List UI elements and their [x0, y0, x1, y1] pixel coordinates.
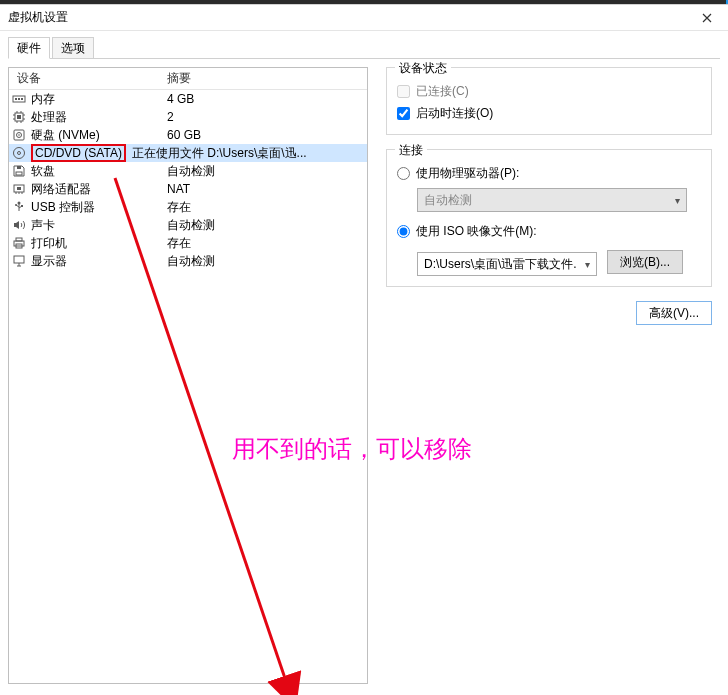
chevron-down-icon: ▾	[675, 195, 680, 206]
device-summary: 自动检测	[167, 252, 367, 270]
physical-drive-select-row: 自动检测 ▾	[417, 188, 701, 212]
group-device-status: 设备状态 已连接(C) 启动时连接(O)	[386, 67, 712, 135]
device-label: 软盘	[29, 162, 167, 180]
svg-rect-1	[15, 98, 17, 100]
radio-physical-drive-input[interactable]	[397, 167, 410, 180]
close-button[interactable]	[686, 5, 728, 30]
svg-point-10	[18, 152, 21, 155]
physical-drive-select[interactable]: 自动检测 ▾	[417, 188, 687, 212]
device-summary: 正在使用文件 D:\Users\桌面\迅...	[126, 144, 367, 162]
col-device: 设备	[9, 70, 167, 87]
device-summary: 4 GB	[167, 90, 367, 108]
device-label: 处理器	[29, 108, 167, 126]
hw-row-printer[interactable]: 打印机 存在	[9, 234, 367, 252]
radio-iso-file-input[interactable]	[397, 225, 410, 238]
radio-iso-file-label: 使用 ISO 映像文件(M):	[416, 223, 537, 240]
legend-device-status: 设备状态	[395, 60, 451, 77]
nic-icon	[9, 182, 29, 196]
close-icon	[702, 13, 712, 23]
radio-physical-drive[interactable]: 使用物理驱动器(P):	[397, 162, 701, 184]
col-summary: 摘要	[167, 70, 367, 87]
cpu-icon	[9, 110, 29, 124]
physical-drive-select-value: 自动检测	[424, 192, 472, 209]
svg-rect-2	[18, 98, 20, 100]
device-summary: 存在	[167, 234, 367, 252]
device-label: 声卡	[29, 216, 167, 234]
device-label: 内存	[29, 90, 167, 108]
hw-row-nic[interactable]: 网络适配器 NAT	[9, 180, 367, 198]
chk-connect-on-power[interactable]: 启动时连接(O)	[397, 102, 701, 124]
browse-button[interactable]: 浏览(B)...	[607, 250, 683, 274]
legend-connection: 连接	[395, 142, 427, 159]
device-label: 打印机	[29, 234, 167, 252]
titlebar: 虚拟机设置	[0, 5, 728, 31]
hardware-list-header: 设备 摘要	[9, 68, 367, 90]
device-label: 网络适配器	[29, 180, 167, 198]
floppy-icon	[9, 164, 29, 178]
hw-row-disk[interactable]: 硬盘 (NVMe) 60 GB	[9, 126, 367, 144]
svg-rect-17	[21, 205, 23, 207]
svg-point-16	[15, 204, 17, 206]
chk-connect-on-power-label: 启动时连接(O)	[416, 105, 493, 122]
svg-rect-12	[17, 166, 21, 169]
hw-row-cd-dvd[interactable]: CD/DVD (SATA) 正在使用文件 D:\Users\桌面\迅...	[9, 144, 367, 162]
device-summary: 2	[167, 108, 367, 126]
svg-point-8	[18, 134, 20, 136]
tab-options[interactable]: 选项	[52, 37, 94, 59]
memory-icon	[9, 92, 29, 106]
svg-rect-11	[16, 172, 22, 175]
hw-row-usb[interactable]: USB 控制器 存在	[9, 198, 367, 216]
device-label: CD/DVD (SATA)	[31, 144, 126, 162]
hw-row-cpu[interactable]: 处理器 2	[9, 108, 367, 126]
hw-row-sound[interactable]: 声卡 自动检测	[9, 216, 367, 234]
chk-connected-label: 已连接(C)	[416, 83, 469, 100]
sound-icon	[9, 218, 29, 232]
vm-settings-dialog: 虚拟机设置 硬件 选项 设备 摘要 内存 4 GB	[0, 4, 728, 695]
hardware-list: 设备 摘要 内存 4 GB 处理器 2	[8, 67, 368, 684]
iso-path-select[interactable]: D:\Users\桌面\迅雷下载文件. ▾	[417, 252, 597, 276]
tab-hardware[interactable]: 硬件	[8, 37, 50, 59]
printer-icon	[9, 236, 29, 250]
hw-row-display[interactable]: 显示器 自动检测	[9, 252, 367, 270]
svg-rect-3	[21, 98, 23, 100]
content-area: 设备 摘要 内存 4 GB 处理器 2	[0, 59, 728, 694]
svg-rect-19	[16, 238, 22, 241]
device-summary: 自动检测	[167, 216, 367, 234]
chk-connect-on-power-input[interactable]	[397, 107, 410, 120]
svg-rect-14	[17, 187, 21, 190]
device-summary: 自动检测	[167, 162, 367, 180]
chk-connected[interactable]: 已连接(C)	[397, 80, 701, 102]
hw-row-memory[interactable]: 内存 4 GB	[9, 90, 367, 108]
device-summary: 60 GB	[167, 126, 367, 144]
svg-point-9	[14, 148, 25, 159]
radio-iso-file[interactable]: 使用 ISO 映像文件(M):	[397, 220, 701, 242]
chevron-down-icon: ▾	[585, 259, 590, 270]
chk-connected-input[interactable]	[397, 85, 410, 98]
disk-icon	[9, 128, 29, 142]
device-summary: NAT	[167, 180, 367, 198]
radio-physical-drive-label: 使用物理驱动器(P):	[416, 165, 519, 182]
hardware-list-pane: 设备 摘要 内存 4 GB 处理器 2	[8, 59, 368, 694]
hw-row-floppy[interactable]: 软盘 自动检测	[9, 162, 367, 180]
svg-rect-5	[17, 115, 21, 119]
usb-icon	[9, 200, 29, 214]
device-label: 硬盘 (NVMe)	[29, 126, 167, 144]
svg-rect-21	[14, 256, 24, 263]
advanced-button[interactable]: 高级(V)...	[636, 301, 712, 325]
iso-path-value: D:\Users\桌面\迅雷下载文件.	[424, 256, 577, 273]
device-settings-pane: 设备状态 已连接(C) 启动时连接(O) 连接 使用物理驱动器(P):	[368, 59, 720, 694]
hardware-rows: 内存 4 GB 处理器 2 硬盘 (NVMe) 60 GB	[9, 90, 367, 270]
group-connection: 连接 使用物理驱动器(P): 自动检测 ▾ 使用 ISO 映像文件(M):	[386, 149, 712, 287]
device-summary: 存在	[167, 198, 367, 216]
window-title: 虚拟机设置	[8, 9, 68, 26]
iso-row: D:\Users\桌面\迅雷下载文件. ▾ 浏览(B)...	[417, 248, 701, 276]
tab-strip: 硬件 选项	[8, 37, 720, 59]
cd-icon	[9, 146, 29, 160]
advanced-row: 高级(V)...	[386, 301, 712, 325]
display-icon	[9, 254, 29, 268]
device-label: USB 控制器	[29, 198, 167, 216]
device-label: 显示器	[29, 252, 167, 270]
